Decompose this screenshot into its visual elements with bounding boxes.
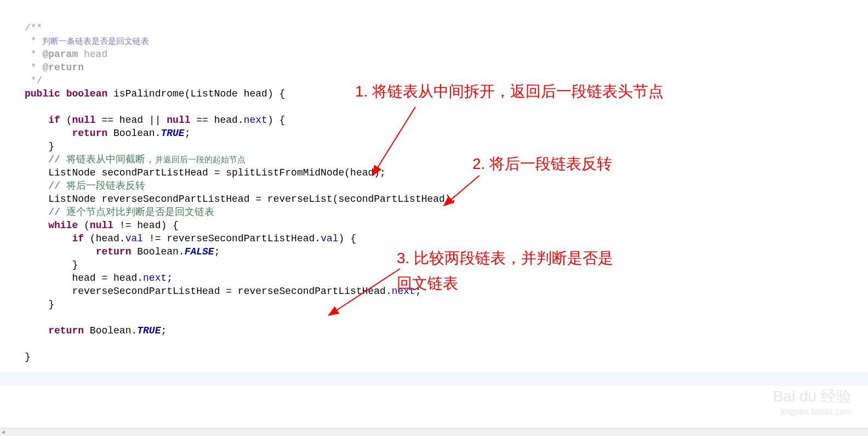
horizontal-scrollbar[interactable]: ◄: [0, 428, 868, 436]
comment-compare: // 逐个节点对比判断是否是回文链表: [48, 207, 214, 218]
javadoc-param-name: head: [78, 49, 107, 60]
annotation-3-line1: 3. 比较两段链表，并判断是否是: [397, 246, 613, 271]
annotation-3-line2: 回文链表: [397, 271, 613, 296]
const-true: TRUE: [137, 325, 161, 336]
annotation-3: 3. 比较两段链表，并判断是否是 回文链表: [397, 246, 613, 296]
javadoc-open: /**: [25, 22, 42, 33]
annotation-2: 2. 将后一段链表反转: [472, 154, 612, 174]
kw-null: null: [90, 220, 113, 231]
code-block: /** * 判断一条链表是否是回文链表 * @param head * @ret…: [25, 8, 457, 364]
field-next: next: [143, 273, 167, 284]
method-sig: isPalindrome(ListNode head) {: [107, 88, 285, 99]
kw-if: if: [72, 233, 84, 244]
scroll-left-icon[interactable]: ◄: [2, 429, 5, 435]
javadoc-star: *: [25, 62, 42, 73]
kw-return: return: [48, 325, 84, 336]
kw-return: return: [72, 128, 107, 139]
field-val: val: [125, 233, 143, 244]
field-val: val: [321, 233, 338, 244]
kw-boolean: boolean: [66, 88, 108, 99]
kw-null: null: [167, 115, 190, 126]
comment-reverse: // 将后一段链表反转: [48, 180, 145, 191]
kw-public: public: [25, 88, 60, 99]
comment-split: // 将链表从中间截断，: [48, 154, 155, 165]
javadoc-desc: 判断一条链表是否是回文链表: [42, 36, 149, 46]
kw-while: while: [48, 220, 78, 231]
current-line-highlight: [0, 372, 868, 386]
javadoc-star: *: [25, 36, 42, 47]
stmt-split: ListNode secondPartListHead = splitListF…: [25, 167, 386, 178]
watermark-main: Bai du 经验: [773, 389, 852, 404]
comment-split-small: 并返回后一段的起始节点: [155, 155, 245, 164]
stmt-reverse: ListNode reverseSecondPartListHead = rev…: [25, 194, 457, 205]
annotation-1: 1. 将链表从中间拆开，返回后一段链表头节点: [355, 81, 664, 102]
watermark-sub: jingyan.baidu.com: [773, 404, 852, 420]
javadoc-param-tag: @param: [42, 49, 78, 60]
javadoc-star: *: [25, 49, 42, 60]
const-false: FALSE: [185, 246, 214, 257]
kw-return: return: [96, 246, 132, 257]
kw-null: null: [72, 115, 95, 126]
javadoc-return-tag: @return: [42, 62, 84, 73]
field-next: next: [244, 115, 267, 126]
javadoc-close: */: [25, 75, 42, 86]
watermark: Bai du 经验 jingyan.baidu.com: [773, 389, 852, 420]
kw-if: if: [48, 115, 60, 126]
const-true: TRUE: [161, 128, 184, 139]
